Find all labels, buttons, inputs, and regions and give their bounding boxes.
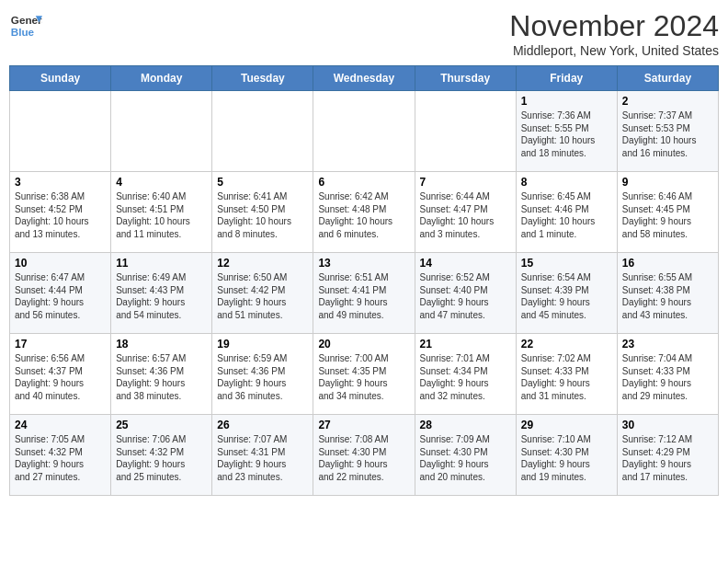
day-number: 1 <box>521 95 612 108</box>
svg-text:General: General <box>11 14 42 26</box>
day-number: 13 <box>318 257 409 270</box>
calendar-cell: 15Sunrise: 6:54 AM Sunset: 4:39 PM Dayli… <box>516 253 617 334</box>
calendar-cell: 14Sunrise: 6:52 AM Sunset: 4:40 PM Dayli… <box>415 253 516 334</box>
calendar-cell: 16Sunrise: 6:55 AM Sunset: 4:38 PM Dayli… <box>617 253 718 334</box>
day-info: Sunrise: 6:59 AM Sunset: 4:36 PM Dayligh… <box>217 352 308 402</box>
day-number: 14 <box>420 257 511 270</box>
calendar-cell: 18Sunrise: 6:57 AM Sunset: 4:36 PM Dayli… <box>111 334 212 415</box>
title-block: November 2024 Middleport, New York, Unit… <box>509 9 719 58</box>
day-info: Sunrise: 7:12 AM Sunset: 4:29 PM Dayligh… <box>622 433 713 483</box>
day-number: 24 <box>15 419 106 431</box>
day-info: Sunrise: 7:02 AM Sunset: 4:33 PM Dayligh… <box>521 352 612 402</box>
day-number: 10 <box>15 257 106 270</box>
day-info: Sunrise: 7:36 AM Sunset: 5:55 PM Dayligh… <box>521 109 612 159</box>
calendar-cell: 17Sunrise: 6:56 AM Sunset: 4:37 PM Dayli… <box>10 334 111 415</box>
day-number: 16 <box>622 257 713 270</box>
day-number: 7 <box>420 176 511 189</box>
weekday-header-friday: Friday <box>516 66 617 91</box>
week-row-3: 10Sunrise: 6:47 AM Sunset: 4:44 PM Dayli… <box>10 253 719 334</box>
week-row-2: 3Sunrise: 6:38 AM Sunset: 4:52 PM Daylig… <box>10 172 719 253</box>
svg-text:Blue: Blue <box>11 26 35 38</box>
calendar-cell: 26Sunrise: 7:07 AM Sunset: 4:31 PM Dayli… <box>212 415 313 496</box>
day-info: Sunrise: 7:09 AM Sunset: 4:30 PM Dayligh… <box>420 433 511 483</box>
logo: General Blue <box>9 9 42 42</box>
calendar-cell: 27Sunrise: 7:08 AM Sunset: 4:30 PM Dayli… <box>313 415 415 496</box>
calendar-cell: 23Sunrise: 7:04 AM Sunset: 4:33 PM Dayli… <box>617 334 718 415</box>
logo-icon: General Blue <box>9 9 42 42</box>
day-info: Sunrise: 7:01 AM Sunset: 4:34 PM Dayligh… <box>420 352 511 402</box>
calendar-cell: 24Sunrise: 7:05 AM Sunset: 4:32 PM Dayli… <box>10 415 111 496</box>
calendar-cell: 3Sunrise: 6:38 AM Sunset: 4:52 PM Daylig… <box>10 172 111 253</box>
day-number: 15 <box>521 257 612 270</box>
day-number: 20 <box>318 338 409 350</box>
day-number: 19 <box>217 338 308 350</box>
day-number: 30 <box>622 419 713 431</box>
calendar-cell: 19Sunrise: 6:59 AM Sunset: 4:36 PM Dayli… <box>212 334 313 415</box>
day-info: Sunrise: 6:54 AM Sunset: 4:39 PM Dayligh… <box>521 271 612 321</box>
day-info: Sunrise: 6:55 AM Sunset: 4:38 PM Dayligh… <box>622 271 713 321</box>
calendar-cell: 7Sunrise: 6:44 AM Sunset: 4:47 PM Daylig… <box>415 172 516 253</box>
calendar-cell <box>111 91 212 172</box>
day-info: Sunrise: 6:47 AM Sunset: 4:44 PM Dayligh… <box>15 271 106 321</box>
calendar-cell <box>415 91 516 172</box>
day-info: Sunrise: 7:05 AM Sunset: 4:32 PM Dayligh… <box>15 433 106 483</box>
day-info: Sunrise: 7:07 AM Sunset: 4:31 PM Dayligh… <box>217 433 308 483</box>
calendar-cell: 8Sunrise: 6:45 AM Sunset: 4:46 PM Daylig… <box>516 172 617 253</box>
calendar-cell: 5Sunrise: 6:41 AM Sunset: 4:50 PM Daylig… <box>212 172 313 253</box>
day-number: 8 <box>521 176 612 189</box>
day-info: Sunrise: 6:38 AM Sunset: 4:52 PM Dayligh… <box>15 190 106 240</box>
calendar-cell <box>10 91 111 172</box>
page-header: General Blue November 2024 Middleport, N… <box>9 9 719 58</box>
day-number: 28 <box>420 419 511 431</box>
day-info: Sunrise: 6:49 AM Sunset: 4:43 PM Dayligh… <box>116 271 207 321</box>
day-number: 17 <box>15 338 106 350</box>
day-number: 23 <box>622 338 713 350</box>
calendar-cell: 6Sunrise: 6:42 AM Sunset: 4:48 PM Daylig… <box>313 172 415 253</box>
calendar-table: SundayMondayTuesdayWednesdayThursdayFrid… <box>9 65 719 496</box>
month-title: November 2024 <box>509 9 719 43</box>
calendar-cell: 20Sunrise: 7:00 AM Sunset: 4:35 PM Dayli… <box>313 334 415 415</box>
day-info: Sunrise: 6:41 AM Sunset: 4:50 PM Dayligh… <box>217 190 308 240</box>
day-info: Sunrise: 7:00 AM Sunset: 4:35 PM Dayligh… <box>318 352 409 402</box>
day-number: 25 <box>116 419 207 431</box>
day-info: Sunrise: 6:50 AM Sunset: 4:42 PM Dayligh… <box>217 271 308 321</box>
calendar-cell: 2Sunrise: 7:37 AM Sunset: 5:53 PM Daylig… <box>617 91 718 172</box>
calendar-cell <box>212 91 313 172</box>
day-number: 18 <box>116 338 207 350</box>
day-number: 4 <box>116 176 207 189</box>
calendar-cell: 30Sunrise: 7:12 AM Sunset: 4:29 PM Dayli… <box>617 415 718 496</box>
day-info: Sunrise: 7:10 AM Sunset: 4:30 PM Dayligh… <box>521 433 612 483</box>
day-info: Sunrise: 7:08 AM Sunset: 4:30 PM Dayligh… <box>318 433 409 483</box>
calendar-cell: 4Sunrise: 6:40 AM Sunset: 4:51 PM Daylig… <box>111 172 212 253</box>
calendar-cell: 21Sunrise: 7:01 AM Sunset: 4:34 PM Dayli… <box>415 334 516 415</box>
week-row-5: 24Sunrise: 7:05 AM Sunset: 4:32 PM Dayli… <box>10 415 719 496</box>
day-number: 21 <box>420 338 511 350</box>
day-number: 12 <box>217 257 308 270</box>
weekday-header-row: SundayMondayTuesdayWednesdayThursdayFrid… <box>10 66 719 91</box>
day-info: Sunrise: 6:44 AM Sunset: 4:47 PM Dayligh… <box>420 190 511 240</box>
day-info: Sunrise: 6:40 AM Sunset: 4:51 PM Dayligh… <box>116 190 207 240</box>
day-info: Sunrise: 6:45 AM Sunset: 4:46 PM Dayligh… <box>521 190 612 240</box>
weekday-header-thursday: Thursday <box>415 66 516 91</box>
weekday-header-wednesday: Wednesday <box>313 66 415 91</box>
day-number: 5 <box>217 176 308 189</box>
location: Middleport, New York, United States <box>509 43 719 58</box>
calendar-cell: 28Sunrise: 7:09 AM Sunset: 4:30 PM Dayli… <box>415 415 516 496</box>
day-info: Sunrise: 6:57 AM Sunset: 4:36 PM Dayligh… <box>116 352 207 402</box>
calendar-cell: 13Sunrise: 6:51 AM Sunset: 4:41 PM Dayli… <box>313 253 415 334</box>
calendar-cell: 10Sunrise: 6:47 AM Sunset: 4:44 PM Dayli… <box>10 253 111 334</box>
day-info: Sunrise: 7:04 AM Sunset: 4:33 PM Dayligh… <box>622 352 713 402</box>
day-number: 6 <box>318 176 409 189</box>
day-info: Sunrise: 7:06 AM Sunset: 4:32 PM Dayligh… <box>116 433 207 483</box>
day-number: 3 <box>15 176 106 189</box>
week-row-4: 17Sunrise: 6:56 AM Sunset: 4:37 PM Dayli… <box>10 334 719 415</box>
day-info: Sunrise: 6:51 AM Sunset: 4:41 PM Dayligh… <box>318 271 409 321</box>
calendar-cell: 9Sunrise: 6:46 AM Sunset: 4:45 PM Daylig… <box>617 172 718 253</box>
day-info: Sunrise: 6:52 AM Sunset: 4:40 PM Dayligh… <box>420 271 511 321</box>
weekday-header-tuesday: Tuesday <box>212 66 313 91</box>
day-info: Sunrise: 6:56 AM Sunset: 4:37 PM Dayligh… <box>15 352 106 402</box>
day-number: 11 <box>116 257 207 270</box>
day-number: 27 <box>318 419 409 431</box>
day-number: 26 <box>217 419 308 431</box>
day-number: 2 <box>622 95 713 108</box>
